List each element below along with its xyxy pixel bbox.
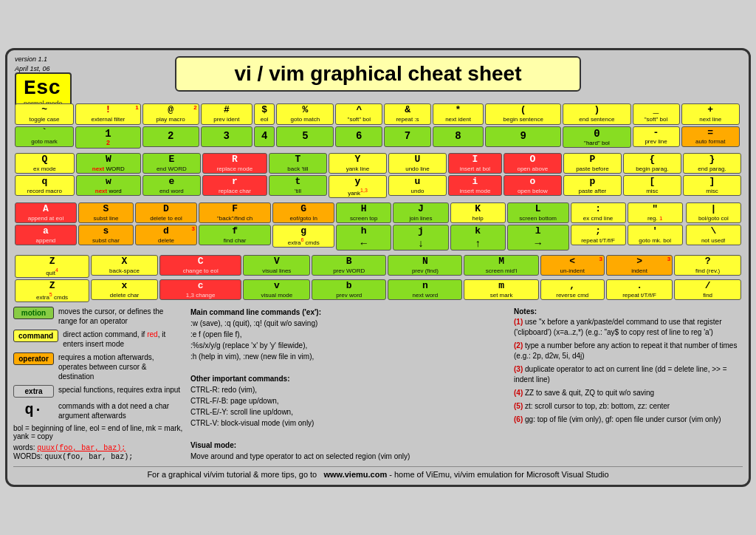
key-slash[interactable]: /find [674,279,741,300]
key-H-upper[interactable]: Hscreen top [336,202,391,223]
key-h-lower[interactable]: h← [336,225,391,251]
key-8[interactable]: 8 [433,126,484,147]
other-cmd-title: Other important commands: [190,375,289,383]
key-lt[interactable]: <un-indent3 [540,255,605,276]
key-period[interactable]: .repeat t/T/f/F [606,279,673,300]
key-m-lower[interactable]: mset mark [464,279,538,300]
key-Z-upper[interactable]: Zquit4 [15,255,89,278]
key-percent[interactable]: %goto match [276,103,334,124]
key-r-lower[interactable]: rreplace char [202,175,267,196]
key-backslash[interactable]: \not used! [686,225,741,245]
key-x-lower[interactable]: xdelete char [91,279,158,300]
key-minus[interactable]: -prev line [633,126,680,147]
key-dollar[interactable]: $eol [254,103,275,124]
key-s-lower[interactable]: ssubst char [78,225,134,245]
key-n-lower[interactable]: nnext word [388,279,462,300]
key-S-upper[interactable]: Ssubst line [78,202,134,223]
key-B-upper[interactable]: Bprev WORD [312,255,386,276]
key-D-upper[interactable]: Ddelete to eol [135,202,197,223]
key-T-upper[interactable]: Tback 'till [269,153,327,174]
key-rparen[interactable]: )end sentence [563,103,630,124]
key-6[interactable]: 6 [335,126,382,147]
key-N-upper[interactable]: Nprev (find) [388,255,462,276]
key-7[interactable]: 7 [384,126,430,147]
key-z-lower[interactable]: Zextra5 cmds [15,279,89,302]
key-F-upper[interactable]: F"back"/find ch [199,202,271,223]
key-M-upper[interactable]: Mscreen mid'l [464,255,538,276]
key-I-upper[interactable]: Iinsert at bol [448,153,502,174]
key-exclaim[interactable]: !external filter1 [75,103,140,124]
note-3: (3) duplicate operator to act on current… [514,364,743,385]
key-rbrace[interactable]: }end parag. [683,153,741,174]
key-0[interactable]: 0"hard" bol [563,126,630,148]
key-V-upper[interactable]: Vvisual lines [243,255,310,276]
key-l-lower[interactable]: l→ [507,225,569,251]
key-Q-upper[interactable]: Qex mode [15,153,75,174]
key-w-lower[interactable]: wnext word [76,175,141,196]
key-9[interactable]: 9 [485,126,561,147]
key-a-lower[interactable]: aappend [15,225,77,245]
key-W-upper[interactable]: Wnext WORD [76,153,141,174]
key-i-lower[interactable]: iinsert mode [448,175,502,196]
key-lparen[interactable]: (begin sentence [485,103,561,124]
key-apostrophe[interactable]: 'goto mk. bol [628,225,683,245]
key-amp[interactable]: &repeat :s [384,103,430,124]
key-colon[interactable]: :ex cmd line [571,202,626,223]
key-lbrace[interactable]: {begin parag. [623,153,681,174]
key-b-lower[interactable]: bprev word [312,279,386,300]
key-question[interactable]: ?find (rev.) [674,255,741,276]
key-c-lower[interactable]: c1,3 change [159,279,242,300]
key-at[interactable]: @play macro2 [142,103,199,124]
key-quote[interactable]: "reg. 1 [628,202,683,223]
key-A-upper[interactable]: Aappend at eol [15,202,77,223]
key-g-lower[interactable]: gextra6 cmds [272,225,334,248]
key-O-upper[interactable]: Oopen above [504,153,562,174]
key-X-upper[interactable]: Xback-space [91,255,158,276]
key-comma[interactable]: ,reverse cmd [540,279,605,300]
key-f-lower[interactable]: ffind char [199,225,271,245]
key-C-upper[interactable]: Cchange to eol [159,255,242,276]
key-L-upper[interactable]: Lscreen bottom [507,202,569,223]
key-Y-upper[interactable]: Yyank line [329,153,387,174]
key-semicolon[interactable]: ;repeat t/T/f/F [571,225,626,245]
key-underscore[interactable]: _"soft" bol [633,103,680,124]
key-y-lower[interactable]: yyank1,3 [329,175,387,198]
key-o-lower[interactable]: oopen below [504,175,562,196]
other-cmd-4: CTRL-V: block-visual mode (vim only) [190,418,506,429]
key-3[interactable]: 3 [201,126,252,147]
key-E-upper[interactable]: Eend WORD [142,153,201,174]
other-cmd-3: CTRL-E/-Y: scroll line up/down, [190,406,506,418]
key-p-lower[interactable]: ppaste after [563,175,622,196]
key-q-lower[interactable]: qrecord macro [15,175,75,196]
key-pipe[interactable]: |bol/goto col [686,202,741,223]
key-R-upper[interactable]: Rreplace mode [202,153,267,174]
key-5[interactable]: 5 [276,126,334,147]
key-v-lower[interactable]: vvisual mode [243,279,310,300]
command-badge: command [13,330,58,342]
key-lbracket[interactable]: [misc [623,175,681,196]
key-J-upper[interactable]: Jjoin lines [393,202,448,223]
key-2[interactable]: 2 [142,126,199,147]
key-equals[interactable]: =auto format [681,126,740,147]
key-caret[interactable]: ^"soft" bol [335,103,382,124]
key-hash[interactable]: #prev ident [201,103,252,124]
note-6: (6) gg: top of file (vim only), gf: open… [514,415,743,425]
key-d-lower[interactable]: ddelete3 [135,225,197,245]
key-star[interactable]: *next ident [433,103,484,124]
key-1[interactable]: 12 [75,126,140,149]
key-rbracket[interactable]: ]misc [683,175,741,196]
key-G-upper[interactable]: Geof/goto ln [272,202,334,223]
key-plus[interactable]: +next line [681,103,740,124]
key-tilde[interactable]: ~toggle case [15,103,74,124]
key-j-lower[interactable]: j↓ [393,225,448,251]
key-t-lower[interactable]: t'till [269,175,327,196]
key-k-lower[interactable]: k↑ [450,225,506,251]
key-u-lower[interactable]: uundo [388,175,447,196]
key-e-lower[interactable]: eend word [142,175,201,196]
key-gt[interactable]: >indent3 [606,255,673,276]
key-P-upper[interactable]: Ppaste before [563,153,622,174]
key-grave[interactable]: `goto mark [15,126,74,147]
key-U-upper[interactable]: Uundo line [388,153,447,174]
key-K-upper[interactable]: Khelp [450,202,506,223]
key-4[interactable]: 4 [254,126,275,147]
